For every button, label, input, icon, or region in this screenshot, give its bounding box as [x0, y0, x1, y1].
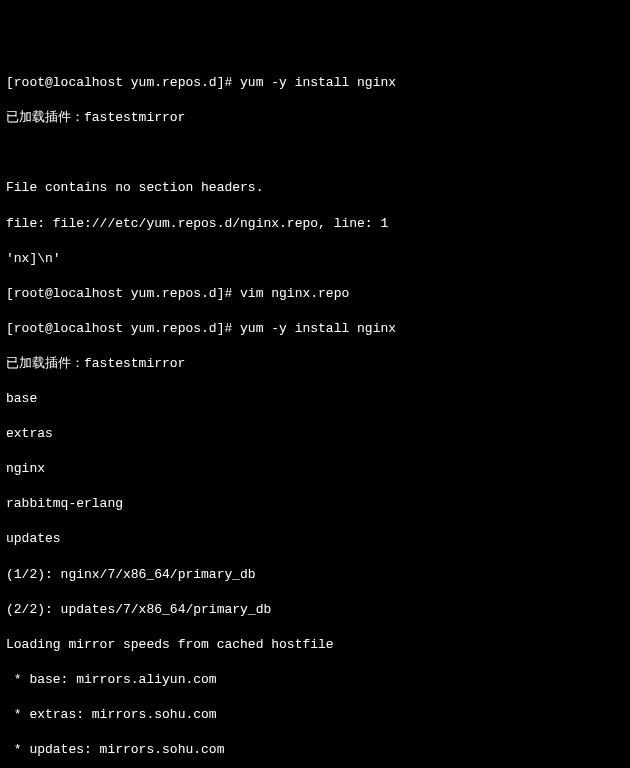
- terminal-line: 已加载插件：fastestmirror: [6, 355, 624, 373]
- terminal-line: [root@localhost yum.repos.d]# yum -y ins…: [6, 74, 624, 92]
- terminal-line: nginx: [6, 460, 624, 478]
- terminal-line: 已加载插件：fastestmirror: [6, 109, 624, 127]
- terminal-line: [root@localhost yum.repos.d]# yum -y ins…: [6, 320, 624, 338]
- terminal-line: extras: [6, 425, 624, 443]
- terminal-line: base: [6, 390, 624, 408]
- terminal-line: rabbitmq-erlang: [6, 495, 624, 513]
- terminal-line: File contains no section headers.: [6, 179, 624, 197]
- terminal-line: file: file:///etc/yum.repos.d/nginx.repo…: [6, 215, 624, 233]
- terminal-line: 'nx]\n': [6, 250, 624, 268]
- terminal-line: [root@localhost yum.repos.d]# vim nginx.…: [6, 285, 624, 303]
- terminal-line: Loading mirror speeds from cached hostfi…: [6, 636, 624, 654]
- terminal-line: * extras: mirrors.sohu.com: [6, 706, 624, 724]
- terminal-line: updates: [6, 530, 624, 548]
- terminal-line: (1/2): nginx/7/x86_64/primary_db: [6, 566, 624, 584]
- terminal-line: * updates: mirrors.sohu.com: [6, 741, 624, 759]
- terminal-line: (2/2): updates/7/x86_64/primary_db: [6, 601, 624, 619]
- terminal-line: * base: mirrors.aliyun.com: [6, 671, 624, 689]
